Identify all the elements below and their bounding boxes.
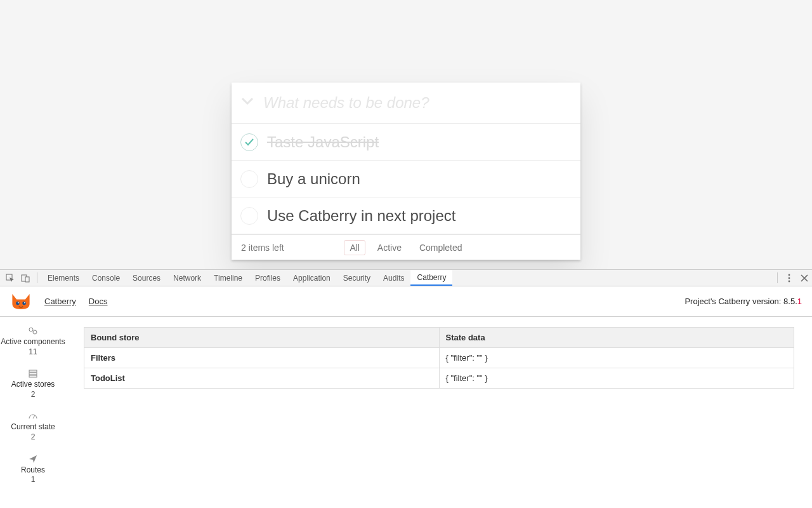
todo-label[interactable]: Buy a unicorn bbox=[267, 170, 570, 188]
todo-item: Taste JavaScript bbox=[232, 124, 580, 161]
cogs-icon bbox=[1, 326, 65, 336]
todo-app: todos Taste JavaScript Buy a unicorn bbox=[232, 83, 580, 260]
table-row[interactable]: Filters { "filter": "" } bbox=[84, 348, 794, 368]
inspect-icon[interactable] bbox=[3, 270, 18, 286]
catberry-main: Bound store State data Filters { "filter… bbox=[66, 317, 812, 508]
sidebar-item-count: 2 bbox=[11, 432, 55, 443]
tab-security[interactable]: Security bbox=[337, 270, 377, 286]
gauge-icon bbox=[11, 411, 55, 421]
devtools-tabstrip: Elements Console Sources Network Timelin… bbox=[0, 270, 812, 286]
separator bbox=[37, 272, 37, 283]
svg-point-9 bbox=[24, 302, 25, 303]
todo-footer: 2 items left All Active Completed bbox=[232, 234, 580, 260]
svg-point-11 bbox=[33, 330, 37, 334]
device-icon[interactable] bbox=[18, 270, 33, 286]
svg-point-3 bbox=[789, 274, 790, 276]
filter-active[interactable]: Active bbox=[372, 240, 407, 255]
chevron-down-icon bbox=[241, 95, 254, 107]
sidebar-item-state[interactable]: Current state 2 bbox=[11, 411, 55, 442]
sidebar-item-label: Current state bbox=[11, 422, 55, 432]
svg-rect-12 bbox=[29, 370, 37, 372]
todo-label[interactable]: Use Catberry in next project bbox=[267, 207, 570, 225]
link-docs[interactable]: Docs bbox=[89, 297, 108, 306]
sidebar-item-count: 2 bbox=[11, 390, 55, 400]
col-state-data: State data bbox=[439, 328, 794, 348]
svg-point-4 bbox=[789, 277, 790, 279]
svg-rect-2 bbox=[25, 277, 29, 282]
svg-point-10 bbox=[29, 328, 33, 331]
tab-audits[interactable]: Audits bbox=[377, 270, 410, 286]
svg-line-15 bbox=[33, 415, 35, 418]
todo-card: Taste JavaScript Buy a unicorn Use Catbe… bbox=[232, 83, 580, 260]
tab-timeline[interactable]: Timeline bbox=[207, 270, 249, 286]
store-name: Filters bbox=[84, 348, 440, 368]
store-state: { "filter": "" } bbox=[439, 368, 794, 389]
catberry-panel-body: Active components 11 Active stores 2 Cur… bbox=[0, 317, 812, 508]
tab-sources[interactable]: Sources bbox=[126, 270, 167, 286]
app-viewport: todos Taste JavaScript Buy a unicorn bbox=[0, 0, 812, 269]
sidebar-item-stores[interactable]: Active stores 2 bbox=[11, 368, 55, 399]
toggle-all-button[interactable] bbox=[232, 95, 263, 111]
col-bound-store: Bound store bbox=[84, 328, 440, 348]
table-row[interactable]: TodoList { "filter": "" } bbox=[84, 368, 794, 389]
svg-point-8 bbox=[18, 302, 19, 303]
filter-group: All Active Completed bbox=[232, 240, 580, 255]
tab-elements[interactable]: Elements bbox=[41, 270, 86, 286]
catberry-sidebar: Active components 11 Active stores 2 Cur… bbox=[0, 317, 66, 508]
todo-list: Taste JavaScript Buy a unicorn Use Catbe… bbox=[232, 124, 580, 234]
new-todo-input[interactable] bbox=[263, 84, 580, 122]
separator bbox=[777, 272, 778, 283]
database-icon bbox=[11, 368, 55, 378]
svg-rect-13 bbox=[29, 373, 37, 375]
plane-icon bbox=[21, 454, 45, 464]
table-header-row: Bound store State data bbox=[84, 328, 794, 348]
version-label: Project's Catberry version: bbox=[684, 297, 783, 306]
svg-rect-14 bbox=[29, 375, 37, 377]
sidebar-item-components[interactable]: Active components 11 bbox=[1, 326, 65, 357]
version-text: Project's Catberry version: 8.5.1 bbox=[684, 297, 802, 306]
sidebar-item-count: 11 bbox=[1, 347, 65, 358]
tab-application[interactable]: Application bbox=[287, 270, 337, 286]
todo-toggle[interactable] bbox=[232, 170, 267, 188]
filter-all[interactable]: All bbox=[344, 240, 365, 255]
sidebar-item-label: Active components bbox=[1, 337, 65, 347]
devtools: Elements Console Sources Network Timelin… bbox=[0, 269, 812, 508]
catberry-panel-header: Catberry Docs Project's Catberry version… bbox=[0, 286, 812, 317]
tab-profiles[interactable]: Profiles bbox=[249, 270, 287, 286]
link-catberry[interactable]: Catberry bbox=[44, 297, 76, 306]
sidebar-item-count: 1 bbox=[21, 475, 45, 485]
sidebar-item-label: Routes bbox=[21, 465, 45, 476]
todo-item: Buy a unicorn bbox=[232, 161, 580, 197]
todo-toggle[interactable] bbox=[232, 133, 267, 151]
todo-label[interactable]: Taste JavaScript bbox=[267, 133, 570, 151]
store-state: { "filter": "" } bbox=[439, 348, 794, 368]
tab-console[interactable]: Console bbox=[86, 270, 126, 286]
new-todo-row bbox=[232, 83, 580, 124]
version-major: 8.5. bbox=[783, 297, 797, 306]
todo-item: Use Catberry in next project bbox=[232, 197, 580, 234]
tab-network[interactable]: Network bbox=[167, 270, 207, 286]
store-name: TodoList bbox=[84, 368, 440, 389]
version-patch: 1 bbox=[797, 297, 802, 306]
kebab-icon[interactable] bbox=[782, 270, 797, 286]
close-icon[interactable] bbox=[797, 270, 812, 286]
svg-point-7 bbox=[22, 301, 25, 304]
sidebar-item-label: Active stores bbox=[11, 380, 55, 390]
svg-point-5 bbox=[789, 280, 790, 282]
todo-toggle[interactable] bbox=[232, 207, 267, 225]
filter-completed[interactable]: Completed bbox=[414, 240, 468, 255]
check-icon bbox=[244, 137, 254, 147]
svg-point-6 bbox=[16, 301, 19, 304]
stores-table: Bound store State data Filters { "filter… bbox=[84, 327, 794, 389]
catberry-logo-icon bbox=[10, 293, 32, 311]
sidebar-item-routes[interactable]: Routes 1 bbox=[21, 454, 45, 485]
tab-catberry[interactable]: Catberry bbox=[410, 270, 452, 286]
